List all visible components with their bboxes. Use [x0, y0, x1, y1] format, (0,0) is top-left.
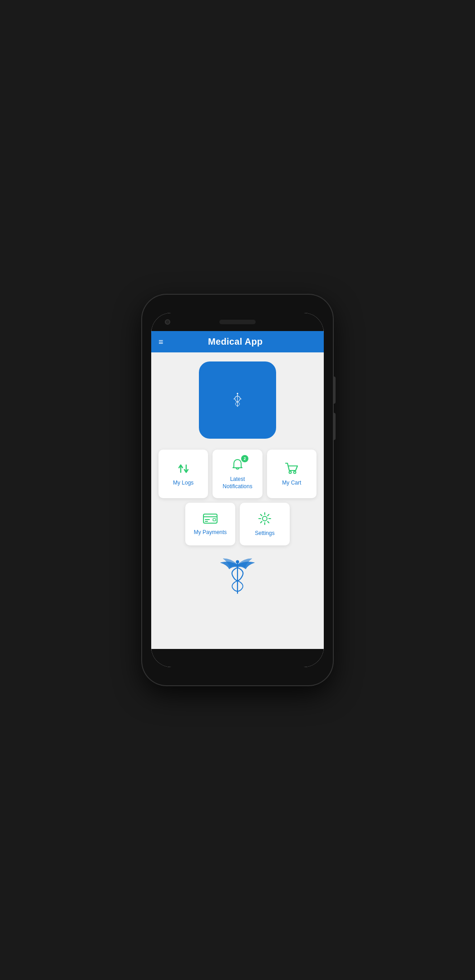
app-header: ≡ Medical App [151, 331, 324, 352]
svg-point-15 [236, 560, 239, 563]
phone-device: ≡ Medical App [142, 295, 333, 685]
latest-notifications-label: Latest Notifications [217, 476, 257, 490]
camera [165, 319, 170, 325]
payment-card-icon [202, 512, 218, 525]
cart-icon [284, 461, 299, 476]
menu-row-1: My Logs 2 Latest Notifications [158, 450, 317, 498]
footer-logo [215, 554, 260, 595]
my-logs-card[interactable]: My Logs [158, 450, 208, 498]
my-logs-label: My Logs [173, 480, 193, 487]
latest-notifications-card[interactable]: 2 Latest Notifications [213, 450, 262, 498]
menu-row-2: My Payments Settings [158, 503, 317, 545]
my-logs-icon [176, 461, 191, 476]
app-title: Medical App [163, 337, 307, 347]
my-payments-label: My Payments [194, 529, 227, 536]
phone-top-bar [151, 313, 324, 331]
my-cart-card[interactable]: My Cart [267, 450, 317, 498]
svg-point-7 [294, 471, 296, 473]
caduceus-logo-icon [230, 392, 245, 408]
svg-point-6 [289, 471, 292, 473]
bell-icon: 2 [230, 458, 245, 472]
settings-gear-icon [257, 511, 272, 526]
svg-rect-12 [213, 519, 216, 521]
app-logo-container [199, 361, 276, 439]
svg-point-1 [237, 393, 238, 394]
settings-card[interactable]: Settings [240, 503, 290, 545]
notification-badge: 2 [241, 455, 248, 462]
svg-point-13 [262, 516, 267, 521]
my-payments-card[interactable]: My Payments [185, 503, 235, 545]
phone-bottom-bar [151, 649, 324, 667]
settings-label: Settings [255, 530, 274, 537]
menu-grid: My Logs 2 Latest Notifications [158, 450, 317, 545]
footer-caduceus-icon [215, 554, 260, 595]
phone-screen: ≡ Medical App [151, 313, 324, 667]
hamburger-menu-icon[interactable]: ≡ [158, 338, 163, 346]
speaker [219, 320, 256, 324]
app-content: My Logs 2 Latest Notifications [151, 352, 324, 649]
my-cart-label: My Cart [282, 480, 301, 487]
